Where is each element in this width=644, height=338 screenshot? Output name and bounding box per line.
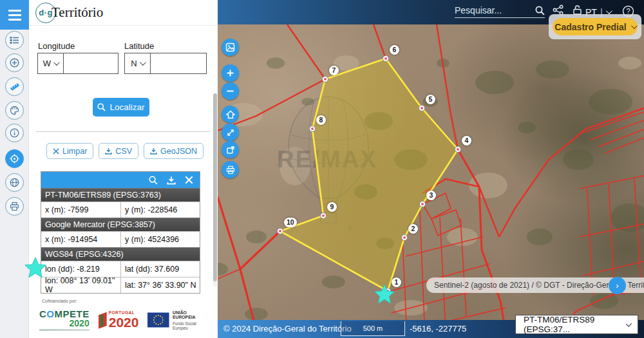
info-icon[interactable] xyxy=(5,124,24,142)
lon-dd-value: lon (dd): -8.219 xyxy=(41,261,120,277)
download-icon[interactable] xyxy=(167,176,176,185)
cofinanciado-label: Cofinanciado por: xyxy=(42,299,77,303)
download-icon xyxy=(150,147,157,155)
print-icon[interactable] xyxy=(222,161,239,178)
draw-icon[interactable] xyxy=(5,101,24,120)
vertex-label-2[interactable]: 2 xyxy=(408,224,418,234)
table-toolbar xyxy=(41,172,200,188)
csv-download-button[interactable]: CSV xyxy=(99,143,138,159)
table-row: x (m): -7599 y (m): -228546 xyxy=(41,202,200,218)
close-icon[interactable] xyxy=(185,176,193,184)
cadastro-predial-button[interactable]: Cadastro Predial xyxy=(553,18,638,35)
vertex-label-3[interactable]: 3 xyxy=(426,191,436,200)
longitude-input-group: W xyxy=(37,53,118,74)
vertex-label-4[interactable]: 4 xyxy=(462,136,471,146)
latitude-input-group: N xyxy=(124,53,207,74)
search-input[interactable] xyxy=(455,5,527,15)
extent-icon[interactable] xyxy=(222,141,239,158)
coordinates-result-table: PT-TM06/ETRS89 (EPSG:3763) x (m): -7599 … xyxy=(41,171,200,294)
table-row: lon: 008° 13' 09.01" W lat: 37° 36' 33.9… xyxy=(41,277,200,293)
export-buttons: Limpar CSV GeoJSON xyxy=(46,143,204,159)
epsg-label: PT-TM06/ETRS89 (EPSG:37... xyxy=(524,315,626,334)
latitude-direction-select[interactable]: N xyxy=(124,53,150,74)
divider xyxy=(36,131,210,132)
search-icon xyxy=(97,103,106,111)
app-window: d·g Território Longitude Latitude W N Lo… xyxy=(0,0,644,338)
map-statusbar: © 2024 Direção-Geral do Território 500 m… xyxy=(218,320,644,338)
table-row: x (m): -914954 y (m): 4524396 xyxy=(41,231,200,247)
copyright-label: © 2024 Direção-Geral do Território xyxy=(223,324,352,333)
mouse-coordinates: -5616, -227775 xyxy=(410,324,466,333)
scale-bar: 500 m xyxy=(341,321,405,336)
crs-section-header: WGS84 (EPSG:4326) xyxy=(41,247,200,261)
globe-icon[interactable] xyxy=(5,173,24,192)
y-value: y (m): 4524396 xyxy=(120,231,200,247)
chevron-down-icon xyxy=(631,23,638,29)
list-icon[interactable] xyxy=(5,31,24,50)
layer-label: Cadastro Predial xyxy=(554,22,626,32)
vertex-label-9[interactable]: 9 xyxy=(327,202,337,212)
epsg-selector[interactable]: PT-TM06/ETRS89 (EPSG:37... xyxy=(515,315,638,334)
chevron-down-icon xyxy=(626,321,632,326)
eu-flag-icon xyxy=(147,312,169,328)
longitude-input[interactable] xyxy=(63,53,118,74)
vertex-label-8[interactable]: 8 xyxy=(316,115,326,125)
geojson-download-button[interactable]: GeoJSON xyxy=(144,143,204,159)
star-marker[interactable] xyxy=(23,256,48,280)
coordinates-panel: Longitude Latitude W N Localizar Limpar … xyxy=(29,26,218,338)
fullscreen-icon[interactable] xyxy=(222,124,239,141)
lat-dd-value: lat (dd): 37.609 xyxy=(120,261,200,277)
funding-logos: COMPETE 2020 PORTUGAL2020 UNIÃO EUROPEIA… xyxy=(39,306,208,333)
star-marker-map[interactable] xyxy=(375,285,394,303)
download-icon xyxy=(105,147,112,155)
layer-selector-wrap: Cadastro Predial xyxy=(549,14,641,39)
print-icon[interactable] xyxy=(5,197,24,216)
longitude-label: Longitude xyxy=(38,41,75,51)
limpar-button[interactable]: Limpar xyxy=(46,143,93,159)
basemap-icon[interactable] xyxy=(222,39,239,56)
measure-icon[interactable] xyxy=(5,77,24,96)
vertex-label-5[interactable]: 5 xyxy=(426,95,435,104)
zoom-out-icon[interactable] xyxy=(222,82,239,100)
chevron-down-icon xyxy=(606,8,612,14)
portugal2020-logo: PORTUGAL2020 xyxy=(99,311,139,329)
left-toolbar-rail xyxy=(0,0,29,338)
map-container: PT | ? xyxy=(218,0,644,338)
x-value: x (m): -914954 xyxy=(41,231,120,247)
app-header: d·g Território xyxy=(29,0,218,26)
add-circle-icon[interactable] xyxy=(5,53,24,72)
search-icon[interactable] xyxy=(535,6,545,15)
lat-dms-value: lat: 37° 36' 33.90" N xyxy=(120,277,200,293)
longitude-direction-select[interactable]: W xyxy=(37,53,63,74)
localizar-button[interactable]: Localizar xyxy=(93,98,149,117)
menu-hamburger-icon[interactable] xyxy=(0,0,29,30)
vertex-label-1[interactable]: 1 xyxy=(392,277,401,287)
home-icon[interactable] xyxy=(222,106,239,123)
vertex-label-7[interactable]: 7 xyxy=(329,66,339,75)
zoom-in-icon[interactable] xyxy=(222,64,239,82)
y-value: y (m): -228546 xyxy=(120,202,200,218)
crs-section-header: Google Mercator (EPSG:3857) xyxy=(41,218,200,231)
vertex-label-10[interactable]: 10 xyxy=(284,218,297,227)
global-search xyxy=(455,5,545,18)
latitude-label: Latitude xyxy=(124,41,154,51)
x-value: x (m): -7599 xyxy=(41,202,120,218)
panel-scrollbar[interactable] xyxy=(213,93,217,286)
close-icon xyxy=(53,148,59,155)
coordinates-icon[interactable] xyxy=(5,149,24,168)
portugal-flag-mark xyxy=(99,312,107,329)
table-row: lon (dd): -8.219 lat (dd): 37.609 xyxy=(41,261,200,277)
compete2020-logo: COMPETE 2020 xyxy=(39,309,90,331)
dg-logo-title: Território xyxy=(52,5,103,21)
crs-section-header: PT-TM06/ETRS89 (EPSG:3763) xyxy=(41,188,200,202)
search-icon[interactable] xyxy=(149,176,158,185)
eu-logo: UNIÃO EUROPEIAFundo Social Europeu xyxy=(147,310,208,330)
latitude-input[interactable] xyxy=(150,53,207,74)
attribution-next-button[interactable]: › xyxy=(609,277,626,294)
vertex-label-6[interactable]: 6 xyxy=(390,45,399,55)
lon-dms-value: lon: 008° 13' 09.01" W xyxy=(41,277,120,293)
